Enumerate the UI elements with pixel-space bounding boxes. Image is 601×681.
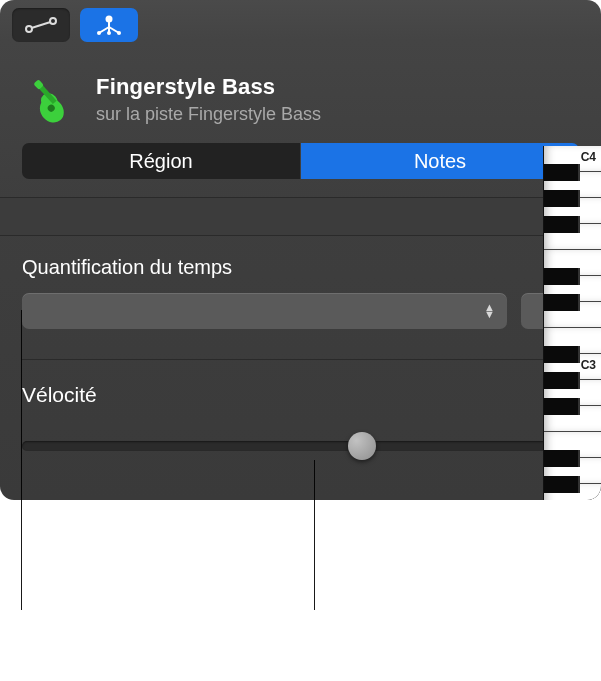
track-title: Fingerstyle Bass (96, 74, 321, 100)
svg-line-2 (32, 22, 51, 28)
editor-panel: Fingerstyle Bass sur la piste Fingerstyl… (0, 0, 601, 500)
tab-region[interactable]: Région (22, 143, 300, 179)
quantize-section: Quantification du temps ▲▼ Q (0, 236, 601, 360)
callout-line (314, 460, 315, 610)
track-info: Fingerstyle Bass sur la piste Fingerstyl… (96, 74, 321, 125)
midi-tool-button[interactable] (80, 8, 138, 42)
track-subtitle: sur la piste Fingerstyle Bass (96, 104, 321, 125)
slider-thumb[interactable] (348, 432, 376, 460)
guitar-icon (26, 74, 76, 124)
track-header: Fingerstyle Bass sur la piste Fingerstyl… (0, 56, 601, 137)
quantize-dropdown[interactable]: ▲▼ (22, 293, 507, 329)
velocity-section: Vélocité 80 (0, 360, 601, 458)
chevron-updown-icon: ▲▼ (484, 304, 495, 318)
svg-point-10 (117, 31, 121, 35)
toolbar (0, 0, 601, 56)
view-mode-tabs: Région Notes (22, 143, 579, 179)
slider-track (22, 441, 579, 451)
svg-point-9 (107, 31, 111, 35)
svg-point-1 (50, 18, 56, 24)
automation-tool-button[interactable] (12, 8, 70, 42)
velocity-label: Vélocité (22, 383, 97, 407)
spacer (0, 198, 601, 236)
callout-line (21, 310, 22, 610)
piano-ruler[interactable]: C4 C3 (543, 146, 601, 500)
svg-point-0 (26, 26, 32, 32)
quantize-label: Quantification du temps (22, 256, 579, 279)
velocity-slider[interactable] (22, 434, 579, 458)
tab-notes[interactable]: Notes (301, 143, 579, 179)
svg-point-8 (97, 31, 101, 35)
